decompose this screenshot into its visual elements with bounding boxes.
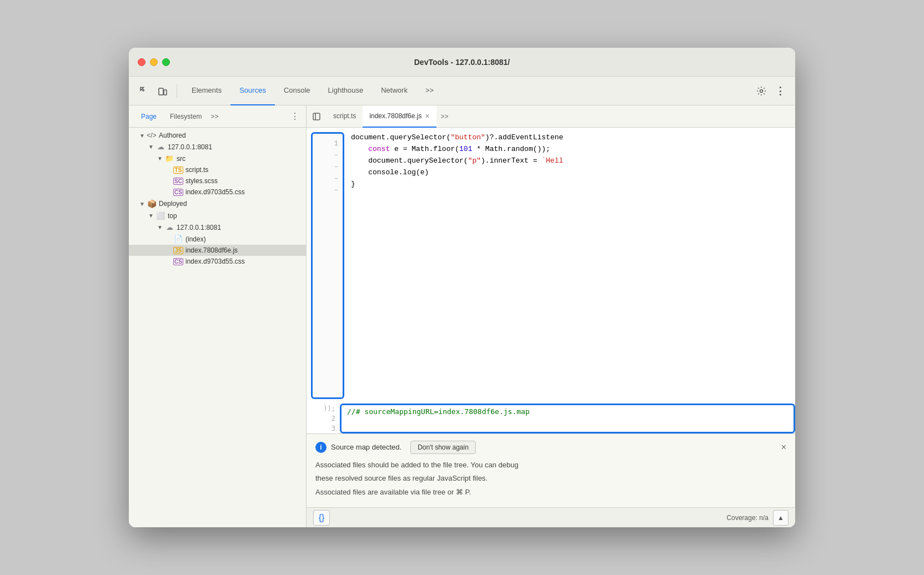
collapse-sidebar-button[interactable] [309, 109, 324, 124]
tab-lighthouse[interactable]: Lighthouse [319, 77, 373, 105]
line-num-dash1: – [313, 150, 343, 162]
editor-tab-script-ts[interactable]: script.ts [327, 105, 363, 128]
editor-tab-bar: script.ts index.7808df6e.js × >> [307, 105, 795, 128]
tab-bar: Elements Sources Console Lighthouse Netw… [183, 77, 443, 105]
code-editor: 1 – – – – document.querySelector("button… [307, 128, 795, 433]
file-tree: ▼ </> Authored ▼ ☁ 127.0.0.1:8081 ▼ 📁 [129, 128, 306, 527]
scroll-up-button[interactable]: ▲ [773, 510, 789, 526]
sourcemap-highlight: //# sourceMappingURL=index.7808df6e.js.m… [340, 403, 795, 433]
notification-bar: i Source map detected. Don't show again … [307, 433, 795, 507]
line-num-dash2: – [313, 162, 343, 173]
tree-deployed[interactable]: ▼ 📦 Deployed [129, 198, 306, 210]
line-num-dash4: – [313, 185, 343, 196]
editor-tab-more[interactable]: >> [436, 113, 453, 120]
devtools-window: DevTools - 127.0.0.1:8081/ Elements Sour… [129, 48, 795, 527]
line-num-1: 1 [313, 138, 343, 150]
main-toolbar: Elements Sources Console Lighthouse Netw… [129, 77, 795, 105]
tree-index-css2[interactable]: CS index.d9703d55.css [129, 256, 306, 267]
line-num-dash3: – [313, 173, 343, 185]
device-icon[interactable] [154, 83, 171, 99]
notification-line-2: these resolved source files as regular J… [315, 473, 786, 485]
close-notification-button[interactable]: × [781, 442, 786, 452]
tree-index-css1[interactable]: CS index.d9703d55.css [129, 186, 306, 198]
status-bar: {} Coverage: n/a ▲ [307, 507, 795, 527]
tree-authored[interactable]: ▼ </> Authored [129, 130, 306, 141]
notification-header: i Source map detected. Don't show again … [315, 441, 786, 454]
sourcemap-comment: //# sourceMappingURL=index.7808df6e.js.m… [347, 407, 788, 416]
notification-line-1: Associated files should be added to the … [315, 460, 786, 471]
tree-index-js[interactable]: JS index.7808df6e.js [129, 245, 306, 256]
editor-area: script.ts index.7808df6e.js × >> 1 – – – [307, 105, 795, 527]
sidebar-tab-page[interactable]: Page [135, 110, 162, 123]
tree-script-ts[interactable]: TS script.ts [129, 164, 306, 175]
main-content: Page Filesystem >> ⋮ ▼ </> Authored [129, 105, 795, 527]
sidebar-menu-icon[interactable]: ⋮ [290, 111, 299, 122]
info-icon: i [315, 442, 327, 453]
tab-elements[interactable]: Elements [183, 77, 230, 105]
tree-cloud2[interactable]: ▼ ☁ 127.0.0.1:8081 [129, 221, 306, 233]
svg-rect-0 [159, 88, 163, 95]
traffic-lights [138, 58, 170, 66]
sourcemap-section: )); 2 3 //# sourceMappingURL=index.7808d… [311, 403, 795, 433]
tree-src[interactable]: ▼ 📁 src [129, 153, 306, 164]
line-numbers: 1 – – – – [311, 132, 344, 399]
sidebar-more-icon[interactable]: >> [210, 113, 218, 120]
inspect-icon[interactable] [135, 83, 152, 99]
tree-styles-scss[interactable]: SC styles.scss [129, 175, 306, 186]
tab-console[interactable]: Console [275, 77, 319, 105]
minimize-button[interactable] [150, 58, 158, 66]
toolbar-separator [177, 84, 177, 98]
notification-line-3: Associated files are available via file … [315, 487, 786, 498]
tab-sources[interactable]: Sources [230, 77, 275, 105]
close-button[interactable] [138, 58, 145, 66]
notification-body: Associated files should be added to the … [315, 460, 786, 498]
tree-top[interactable]: ▼ ⬜ top [129, 210, 306, 221]
code-line-2: const e = Math.floor(101 * Math.random()… [351, 144, 789, 155]
settings-icon[interactable] [753, 83, 770, 99]
title-bar: DevTools - 127.0.0.1:8081/ [129, 48, 795, 77]
code-line-3: document.querySelector("p").innerText = … [351, 155, 789, 167]
code-content: 1 – – – – document.querySelector("button… [307, 128, 795, 403]
tab-more[interactable]: >> [416, 77, 443, 105]
tree-cloud1[interactable]: ▼ ☁ 127.0.0.1:8081 [129, 141, 306, 153]
editor-tab-index-js[interactable]: index.7808df6e.js × [363, 105, 436, 128]
tree-index-html[interactable]: 📄 (index) [129, 233, 306, 245]
sourcemap-line-numbers: )); 2 3 [311, 403, 340, 433]
code-line-5: } [351, 179, 789, 190]
notification-message: Source map detected. [331, 443, 401, 451]
maximize-button[interactable] [162, 58, 170, 66]
code-line-4: console.log(e) [351, 167, 789, 179]
coverage-label: Coverage: n/a [727, 514, 769, 522]
tab-network[interactable]: Network [372, 77, 416, 105]
svg-rect-3 [313, 113, 320, 120]
sidebar-tab-bar: Page Filesystem >> ⋮ [129, 105, 306, 128]
more-options-icon[interactable]: ⋮ [772, 83, 789, 99]
close-tab-icon[interactable]: × [425, 112, 429, 120]
code-lines: document.querySelector("button")?.addEve… [344, 128, 795, 403]
code-line-1: document.querySelector("button")?.addEve… [351, 132, 789, 144]
sidebar-tab-filesystem[interactable]: Filesystem [164, 110, 207, 123]
window-title: DevTools - 127.0.0.1:8081/ [414, 58, 510, 67]
sidebar: Page Filesystem >> ⋮ ▼ </> Authored [129, 105, 307, 527]
dont-show-button[interactable]: Don't show again [410, 441, 476, 454]
svg-point-2 [760, 89, 763, 92]
format-button[interactable]: {} [313, 510, 330, 526]
toolbar-right: ⋮ [753, 83, 789, 99]
svg-rect-1 [164, 90, 167, 95]
